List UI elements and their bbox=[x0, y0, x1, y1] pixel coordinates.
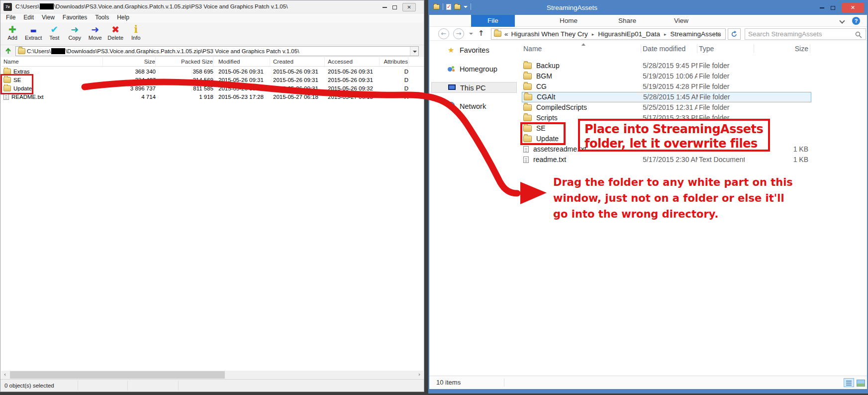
tab-file[interactable]: File bbox=[471, 15, 515, 27]
history-dropdown-icon[interactable] bbox=[469, 33, 473, 35]
menu-file[interactable]: File bbox=[2, 13, 19, 22]
tab-home[interactable]: Home bbox=[555, 15, 582, 27]
toolbar-info-button[interactable]: Info bbox=[127, 23, 145, 45]
cell-type bbox=[699, 144, 745, 155]
cell-modified: 2015-05-26 09:32 bbox=[218, 84, 270, 93]
column-header-modified[interactable]: Modified bbox=[218, 57, 270, 66]
column-header-packed-size[interactable]: Packed Size bbox=[159, 57, 213, 66]
chevron-down-icon[interactable] bbox=[839, 18, 845, 23]
up-folder-icon[interactable] bbox=[4, 47, 12, 57]
breadcrumb[interactable]: Higurashi When They CryHigurashiEp01_Dat… bbox=[491, 28, 726, 40]
forward-icon[interactable]: → bbox=[453, 28, 464, 39]
thumbnail-view-button[interactable] bbox=[856, 378, 866, 387]
menu-tools[interactable]: Tools bbox=[91, 13, 113, 22]
address-dropdown-icon[interactable] bbox=[410, 47, 418, 56]
back-icon[interactable]: ← bbox=[438, 28, 449, 39]
column-divider[interactable] bbox=[810, 44, 810, 53]
refresh-button[interactable] bbox=[728, 28, 741, 40]
sort-ascending-icon[interactable] bbox=[581, 43, 585, 46]
menu-edit[interactable]: Edit bbox=[19, 13, 38, 22]
file-row-bgm[interactable]: BGM5/19/2015 10:06 AMFile folder bbox=[522, 71, 811, 81]
toolbar-divider bbox=[443, 3, 443, 10]
chevron-left-icon[interactable] bbox=[504, 30, 511, 38]
breadcrumb-item-higurashiep01-data[interactable]: HigurashiEp01_Data bbox=[598, 30, 660, 38]
toolbar-copy-button[interactable]: Copy bbox=[66, 23, 84, 45]
breadcrumb-separator-icon bbox=[592, 29, 594, 40]
column-header-size[interactable]: Size bbox=[104, 57, 156, 66]
file-row-readme-txt[interactable]: readme.txt5/17/2015 2:30 AMText Document… bbox=[522, 155, 811, 165]
column-divider[interactable] bbox=[641, 44, 641, 53]
sidebar-item-network[interactable]: Network bbox=[431, 101, 517, 112]
search-input[interactable] bbox=[748, 29, 850, 39]
file-row-se[interactable]: SE bbox=[522, 123, 811, 134]
tab-share[interactable]: Share bbox=[613, 15, 641, 27]
address-bar[interactable]: C:\Users\\Downloads\PS3.Voice.and.Graphi… bbox=[15, 46, 419, 56]
details-view-button[interactable] bbox=[844, 378, 854, 387]
help-icon[interactable] bbox=[852, 17, 860, 25]
toolbar-button-label: Move bbox=[89, 35, 102, 41]
close-icon[interactable]: ✕ bbox=[402, 3, 416, 11]
column-divider[interactable] bbox=[754, 44, 754, 53]
file-row-cg[interactable]: CG5/19/2015 4:28 PMFile folder bbox=[522, 81, 811, 92]
folder-icon[interactable] bbox=[433, 4, 440, 9]
toolbar-delete-button[interactable]: Delete bbox=[106, 23, 124, 45]
cell-accessed: 2015-05-26 09:31 bbox=[328, 76, 380, 84]
chevron-down-icon[interactable] bbox=[464, 6, 468, 8]
file-row-cgalt[interactable]: CGAlt5/28/2015 1:45 AMFile folder bbox=[522, 92, 811, 102]
column-header-name[interactable]: Name bbox=[3, 57, 103, 66]
properties-check-icon[interactable] bbox=[446, 4, 451, 10]
sidebar-item-favorites[interactable]: Favorites bbox=[431, 45, 517, 56]
toolbar-move-button[interactable]: Move bbox=[86, 23, 104, 45]
scroll-right-icon[interactable]: › bbox=[415, 371, 423, 379]
file-row-compiledscripts[interactable]: CompiledScripts5/25/2015 12:31 AMFile fo… bbox=[522, 102, 811, 113]
file-row-assetsreadme-txt[interactable]: assetsreadme.txt1 KB bbox=[522, 144, 811, 155]
toolbar-extract-button[interactable]: Extract bbox=[24, 23, 43, 45]
search-icon[interactable] bbox=[855, 31, 862, 38]
column-header-date-modified[interactable]: Date modified bbox=[643, 43, 697, 55]
table-row-update[interactable]: Update3 896 737811 5852015-05-26 09:3220… bbox=[1, 84, 424, 93]
file-row-update[interactable]: Update bbox=[522, 134, 811, 144]
table-row-readme-txt[interactable]: README.txt4 7141 9182015-05-23 17:282015… bbox=[1, 93, 424, 101]
toolbar-test-button[interactable]: Test bbox=[45, 23, 63, 45]
column-header-attributes[interactable]: Attributes bbox=[379, 57, 408, 66]
column-header-type[interactable]: Type bbox=[699, 43, 745, 55]
breadcrumb-item-higurashi-when-they-cry[interactable]: Higurashi When They Cry bbox=[511, 30, 588, 38]
menu-favorites[interactable]: Favorites bbox=[59, 13, 91, 22]
file-row-backup[interactable]: Backup5/28/2015 9:45 PMFile folder bbox=[522, 61, 811, 71]
column-header-size[interactable]: Size bbox=[756, 43, 808, 55]
cell-size bbox=[756, 102, 808, 113]
scroll-left-icon[interactable]: ‹ bbox=[1, 371, 9, 379]
cell-modified: 5/19/2015 10:06 AM bbox=[643, 71, 697, 81]
up-icon[interactable]: ↑ bbox=[478, 29, 484, 38]
file-icon bbox=[3, 93, 9, 100]
close-icon[interactable]: ✕ bbox=[842, 3, 864, 12]
sidebar-item-homegroup[interactable]: Homegroup bbox=[431, 64, 517, 75]
table-row-se[interactable]: SE234 467214 5692015-05-26 09:312015-05-… bbox=[1, 76, 424, 84]
cell-type: File folder bbox=[699, 81, 745, 92]
search-box[interactable] bbox=[745, 28, 866, 40]
folder-icon bbox=[523, 136, 532, 142]
cell-created: 2015-05-26 09:31 bbox=[273, 68, 325, 76]
menu-view[interactable]: View bbox=[38, 13, 59, 22]
horizontal-scrollbar[interactable]: ‹ › bbox=[1, 371, 423, 379]
file-row-scripts[interactable]: Scripts5/17/2015 2:33 PMFile folder bbox=[522, 113, 811, 123]
new-folder-icon[interactable] bbox=[454, 4, 461, 9]
maximize-icon[interactable] bbox=[831, 6, 835, 10]
minimize-icon[interactable] bbox=[820, 7, 824, 8]
minimize-icon[interactable] bbox=[383, 7, 387, 8]
sidebar-item-this-pc[interactable]: This PC bbox=[431, 82, 517, 93]
column-header-accessed[interactable]: Accessed bbox=[328, 57, 380, 66]
table-row-extras[interactable]: Extras368 340358 6952015-05-26 09:312015… bbox=[1, 68, 424, 76]
column-header-created[interactable]: Created bbox=[273, 57, 325, 66]
ribbon-tabstrip: FileHomeShareView bbox=[429, 15, 867, 27]
scrollbar-thumb[interactable] bbox=[10, 371, 225, 379]
tab-view[interactable]: View bbox=[669, 15, 693, 27]
breadcrumb-item-streamingassets[interactable]: StreamingAssets bbox=[670, 30, 721, 38]
sidebar-item-label: Homegroup bbox=[460, 64, 497, 75]
cell-name: Update bbox=[3, 84, 103, 93]
cell-modified: 5/28/2015 1:45 AM bbox=[643, 92, 698, 102]
toolbar-add-button[interactable]: Add bbox=[3, 23, 21, 45]
info-icon bbox=[134, 23, 138, 35]
menu-help[interactable]: Help bbox=[113, 13, 133, 22]
maximize-icon[interactable] bbox=[392, 5, 397, 9]
